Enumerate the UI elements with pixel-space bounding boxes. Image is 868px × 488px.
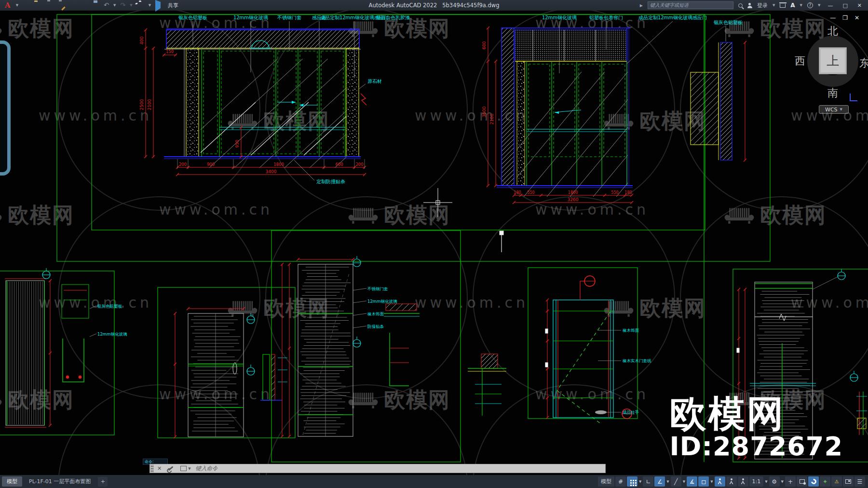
viewport-1: 银灰色铝塑板12mm钢化玻璃 (0, 268, 127, 435)
signin-caret-icon[interactable]: ▼ (773, 3, 775, 7)
svg-text:12mm钢化玻璃: 12mm钢化玻璃 (367, 299, 397, 304)
doc-close-button[interactable]: ✕ (854, 14, 859, 21)
doc-restore-button[interactable]: ❐ (842, 14, 848, 21)
svg-text:2500: 2500 (139, 99, 144, 110)
svg-text:900: 900 (207, 162, 215, 167)
autocad-logo-icon[interactable]: A (3, 1, 12, 10)
user-icon[interactable] (747, 3, 752, 8)
svg-text:橡木实木门套线: 橡木实木门套线 (623, 358, 651, 363)
isodraft-caret-icon[interactable]: ▼ (682, 480, 686, 484)
command-close-icon[interactable]: ✕ (154, 465, 165, 472)
share-button[interactable]: 共享 (168, 2, 178, 9)
svg-text:成品拉手: 成品拉手 (623, 410, 639, 415)
annotation-autoscale-toggle[interactable] (726, 476, 737, 487)
clean-screen-button[interactable] (843, 476, 854, 487)
svg-text:180: 180 (624, 190, 632, 195)
crosshair-button[interactable]: + (785, 476, 796, 487)
redo-caret-icon[interactable]: ▼ (130, 3, 132, 7)
snap-toggle[interactable] (627, 476, 637, 487)
wcs-label: WCS (825, 107, 838, 113)
signin-button[interactable]: 登录 (757, 2, 768, 9)
viewcube-north-label[interactable]: 北 (827, 24, 838, 39)
isolate-objects-button[interactable] (797, 476, 807, 487)
annotation-monitor-icon[interactable]: ⚠ (831, 476, 842, 487)
command-line[interactable]: ✕ ▼ 键入命令 (149, 464, 606, 473)
annotation-scale-button[interactable]: 1:1 (749, 476, 764, 487)
tab-model[interactable]: 模型 (2, 476, 22, 487)
drawing-canvas[interactable]: 欧模网www.om.cn欧模网www.om.cn欧模网www.om.cn欧模网w… (0, 11, 868, 475)
polar-caret-icon[interactable]: ▼ (666, 480, 669, 484)
search-input[interactable]: 键入关键字或短语 (648, 1, 733, 9)
object-snap-toggle[interactable]: ◻ (698, 476, 709, 487)
redo-button[interactable]: ↷ (120, 2, 125, 9)
svg-text:550: 550 (527, 190, 534, 195)
search-run-icon[interactable]: ▶ (640, 3, 643, 8)
close-button[interactable]: ✕ (855, 2, 864, 9)
command-input[interactable]: 键入命令 (196, 465, 218, 472)
polar-tracking-toggle[interactable]: ∠ (654, 476, 665, 487)
osnap-caret-icon[interactable]: ▼ (710, 480, 713, 484)
model-space-button[interactable]: 模型 (598, 476, 614, 487)
workspace-gear-button[interactable]: ⚙ (769, 476, 780, 487)
annotation-scale-icon[interactable] (738, 476, 748, 487)
tab-layout[interactable]: PL-1F-01 一层平面布置图 (24, 476, 95, 487)
app-store-cart-icon[interactable] (780, 4, 786, 8)
save-as-button[interactable] (57, 2, 65, 9)
ortho-toggle[interactable]: ∟ (643, 476, 653, 487)
open-from-web-button[interactable] (69, 2, 76, 9)
command-recent-icon[interactable] (180, 466, 187, 471)
tool-palette-edge[interactable] (0, 41, 11, 176)
svg-text:12mm钢化玻璃: 12mm钢化玻璃 (542, 15, 577, 20)
isodraft-toggle[interactable]: ╱ (671, 476, 681, 487)
help-icon[interactable]: ? (807, 2, 813, 8)
app-menu-caret-icon[interactable]: ▼ (16, 3, 18, 7)
new-layout-button[interactable]: + (98, 477, 108, 487)
svg-text:3260: 3260 (568, 197, 579, 202)
wcs-dropdown[interactable]: WCS ▼ (819, 105, 849, 114)
svg-text:1800: 1800 (273, 162, 284, 167)
new-file-button[interactable] (23, 2, 30, 9)
render-teapot-button[interactable] (137, 2, 144, 9)
svg-text:550: 550 (611, 190, 618, 195)
svg-text:铝塑板包卷帘门: 铝塑板包卷帘门 (589, 15, 623, 20)
annotation-visibility-toggle[interactable] (715, 476, 725, 487)
autodesk-caret-icon[interactable]: ▼ (800, 3, 802, 7)
maximize-button[interactable]: □ (840, 2, 850, 9)
viewcube[interactable]: 北 南 西 东 上 WCS ▼ (803, 24, 863, 121)
command-wrench-icon[interactable] (168, 466, 174, 471)
plot-button[interactable] (92, 2, 99, 9)
snap-caret-icon[interactable]: ▼ (638, 480, 642, 484)
scale-caret-icon[interactable]: ▼ (764, 480, 768, 484)
viewport-5 (733, 269, 868, 462)
share-icon[interactable] (155, 2, 163, 9)
help-caret-icon[interactable]: ▼ (818, 3, 820, 7)
command-grip-handle[interactable] (150, 464, 154, 473)
command-caret-icon[interactable]: ▼ (188, 467, 190, 471)
doc-minimize-button[interactable]: — (830, 14, 836, 21)
trusted-dwg-icon[interactable]: ✦ (820, 476, 830, 487)
customization-menu-button[interactable]: ☰ (854, 476, 865, 487)
minimize-button[interactable]: — (825, 2, 835, 9)
undo-button[interactable]: ↶ (104, 2, 109, 9)
viewcube-top-face[interactable]: 上 (819, 47, 847, 74)
svg-text:400: 400 (139, 36, 144, 44)
workspace-caret-icon[interactable]: ▼ (781, 480, 784, 484)
object-snap-tracking-toggle[interactable]: ∡ (687, 476, 697, 487)
viewport-2 (158, 287, 295, 438)
viewcube-east-label[interactable]: 东 (859, 56, 868, 70)
svg-text:原石材: 原石材 (367, 79, 382, 84)
graphics-performance-toggle[interactable] (808, 476, 819, 487)
title-bar: A ▼ ↶▼ ↷▼ ▼ 共享 Autodesk AutoCAD 2022 5b3… (0, 0, 868, 11)
open-folder-button[interactable] (34, 2, 41, 9)
autodesk-a-icon[interactable]: A (790, 2, 795, 9)
viewcube-west-label[interactable]: 西 (795, 54, 805, 68)
status-bar: 模型 PL-1F-01 一层平面布置图 + 模型 # ▼ ∟ ∠ ▼ ╱ ▼ ∡… (0, 475, 868, 488)
search-icon[interactable] (738, 3, 743, 8)
undo-caret-icon[interactable]: ▼ (113, 3, 116, 7)
svg-text:200: 200 (355, 162, 363, 167)
qat-customize-caret-icon[interactable]: ▼ (149, 3, 151, 7)
export-button[interactable] (81, 2, 88, 9)
viewcube-south-label[interactable]: 南 (827, 86, 838, 100)
grid-toggle[interactable]: # (615, 476, 626, 487)
save-button[interactable] (46, 2, 53, 9)
